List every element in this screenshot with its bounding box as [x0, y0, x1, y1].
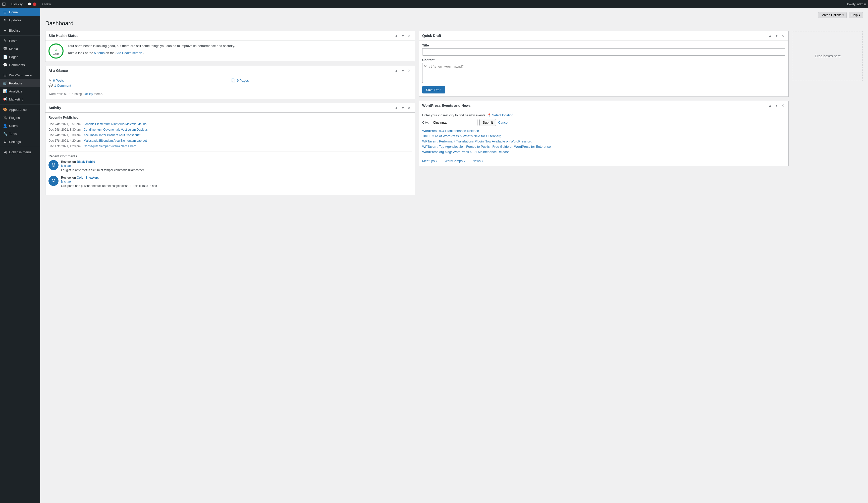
sidebar-item-analytics[interactable]: 📊 Analytics	[0, 87, 40, 95]
external-link-icon-3: ↗	[482, 160, 484, 163]
postbox-controls-3: ▲ ▼ ✕	[394, 105, 412, 110]
collapse-up-button[interactable]: ▲	[394, 33, 399, 38]
sidebar-item-posts[interactable]: ✎ Posts	[0, 37, 40, 45]
news-item: WordPress 6.3.1 Maintenance Release	[422, 129, 785, 133]
activity-row: Dec 24th 2021, 8:51 amLobortis Elementum…	[49, 121, 412, 127]
activity-row: Dec 24th 2021, 8:30 amCondimentum Odvene…	[49, 127, 412, 132]
wordcamps-link[interactable]: WordCamps ↗	[445, 159, 466, 163]
news-item-link[interactable]: WPTavern: Performant Translations Plugin…	[422, 140, 532, 143]
activity-table: Dec 24th 2021, 8:51 amLobortis Elementum…	[49, 121, 412, 149]
collapse-down-button[interactable]: ▼	[400, 33, 406, 38]
sidebar-item-pages[interactable]: 📄 Pages	[0, 53, 40, 61]
howdy-text: Howdy, admin	[846, 2, 866, 6]
sidebar-item-media[interactable]: 🖼 Media	[0, 45, 40, 53]
sidebar-item-plugins[interactable]: 🔌 Plugins	[0, 114, 40, 122]
cancel-city-button[interactable]: Cancel	[498, 121, 508, 124]
news-item-link[interactable]: WordPress 6.3.1 Maintenance Release	[422, 129, 479, 133]
analytics-icon: 📊	[3, 89, 7, 93]
title-label: Title	[422, 43, 785, 47]
site-health-count-link[interactable]: 5 items	[94, 51, 106, 55]
menu-separator-2	[0, 35, 40, 36]
left-column: Site Health Status ▲ ▼ ✕ ○ Good	[45, 31, 415, 195]
at-glance-close-button[interactable]: ✕	[407, 68, 412, 73]
posts-count-link[interactable]: 6 Posts	[53, 79, 64, 82]
screen-options-button[interactable]: Screen Options ▾	[818, 12, 847, 18]
appearance-icon: 🎨	[3, 107, 7, 112]
content-label: Content	[422, 58, 785, 62]
at-glance-posts: ✎ 6 Posts	[49, 79, 229, 82]
comment-author-link[interactable]: Michael	[61, 164, 145, 167]
activity-post-link[interactable]: Lobortis Elementum Nibhtellus Molestie M…	[84, 122, 146, 126]
events-down-button[interactable]: ▼	[774, 103, 779, 108]
activity-post-link[interactable]: Malesuada Bibendum Arcu Elementum Laoree…	[84, 139, 147, 142]
activity-post-link[interactable]: Consequat Semper Viverra Nam Libero	[84, 144, 136, 148]
recent-comments-container: M Review on Black T-shirt Michael Feugia…	[49, 160, 412, 188]
qd-close-button[interactable]: ✕	[781, 33, 785, 38]
news-item: WordPress.org blog: WordPress 6.3.1 Main…	[422, 150, 785, 154]
main-content: Screen Options ▾ Help ▾ Dashboard Site H…	[40, 8, 868, 503]
recent-comments-label: Recent Comments	[49, 154, 412, 158]
right-column: Drag boxes here	[793, 31, 863, 195]
close-button[interactable]: ✕	[407, 33, 412, 38]
comment-text: Feugiat in ante metus dictum at tempor c…	[61, 168, 145, 172]
news-link[interactable]: News ↗	[473, 159, 484, 163]
sidebar-item-updates[interactable]: ↻ Updates	[0, 16, 40, 24]
meetups-link[interactable]: Meetups ↗	[422, 159, 437, 163]
sidebar-item-blocksy[interactable]: ● Blocksy	[0, 27, 40, 34]
sidebar-collapse[interactable]: ◀ Collapse menu	[0, 148, 40, 156]
at-glance-footer: WordPress 6.3.1 running Blocksy theme.	[49, 90, 412, 96]
city-input[interactable]	[431, 119, 477, 126]
events-close-button[interactable]: ✕	[781, 103, 785, 108]
sidebar-item-settings[interactable]: ⚙ Settings	[0, 138, 40, 146]
draft-title-input[interactable]	[422, 48, 785, 55]
theme-link[interactable]: Blocksy	[83, 92, 93, 96]
pages-count-link[interactable]: 9 Pages	[237, 79, 249, 82]
sidebar-item-tools[interactable]: 🔧 Tools	[0, 130, 40, 138]
sidebar-item-comments[interactable]: 💬 Comments	[0, 61, 40, 69]
site-health-body: ○ Good Your site's health is looking goo…	[45, 40, 415, 62]
comment-author-link[interactable]: Michael	[61, 180, 157, 183]
activity-post-link[interactable]: Accumsan Tortor Posuere Acut Consequat	[84, 133, 141, 137]
qd-up-button[interactable]: ▲	[767, 33, 773, 38]
site-health-screen-link[interactable]: Site Health screen	[115, 51, 143, 55]
news-item-link[interactable]: WPTavern: Top Agencies Join Forces to Pu…	[422, 145, 551, 148]
avatar: M	[49, 176, 59, 186]
site-health-content: ○ Good Your site's health is looking goo…	[49, 43, 412, 59]
comment-post-link[interactable]: Color Sneakers	[77, 176, 99, 179]
plugins-icon: 🔌	[3, 115, 7, 120]
sidebar-item-products[interactable]: 🛒 Products All Products Add New Categori…	[0, 79, 40, 87]
select-location-link[interactable]: Select location	[492, 113, 513, 117]
sidebar-item-users[interactable]: 👤 Users	[0, 122, 40, 130]
activity-post-title: Lobortis Elementum Nibhtellus Molestie M…	[84, 121, 412, 127]
activity-row: Dec 17th 2021, 4:20 pmMalesuada Bibendum…	[49, 138, 412, 143]
sidebar-item-woocommerce[interactable]: ⊞ WooCommerce	[0, 71, 40, 79]
adminbar-comments[interactable]: 💬 0	[25, 2, 39, 6]
at-a-glance-header: At a Glance ▲ ▼ ✕	[45, 66, 415, 75]
qd-down-button[interactable]: ▼	[774, 33, 779, 38]
chevron-down-icon: ▾	[843, 13, 844, 17]
activity-close-button[interactable]: ✕	[407, 105, 412, 110]
activity-down-button[interactable]: ▼	[400, 105, 406, 110]
at-glance-down-button[interactable]: ▼	[400, 68, 406, 73]
news-item-link[interactable]: WordPress.org blog: WordPress 6.3.1 Main…	[422, 150, 509, 154]
activity-post-link[interactable]: Condimentum Odvenentais Vestibulum Dapib…	[84, 128, 148, 131]
sidebar-item-marketing[interactable]: 📢 Marketing	[0, 95, 40, 103]
adminbar-site-name[interactable]: Blocksy	[9, 2, 25, 6]
submit-city-button[interactable]: Submit	[479, 119, 496, 126]
events-footer: Meetups ↗ | WordCamps ↗ | News ↗	[422, 157, 785, 163]
wp-logo-icon[interactable]: ⊞	[2, 1, 6, 7]
tools-icon: 🔧	[3, 132, 7, 136]
events-up-button[interactable]: ▲	[767, 103, 773, 108]
sidebar-item-appearance[interactable]: 🎨 Appearance	[0, 105, 40, 114]
news-item-link[interactable]: The Future of WordPress & What's Next fo…	[422, 134, 501, 138]
comments-count-link[interactable]: 1 Comment	[54, 84, 71, 88]
adminbar-new[interactable]: + New	[39, 2, 53, 6]
at-glance-up-button[interactable]: ▲	[394, 68, 399, 73]
site-health-title: Site Health Status	[49, 34, 79, 38]
comment-post-link[interactable]: Black T-shirt	[77, 160, 95, 164]
sidebar-item-dashboard[interactable]: ⊞ Home	[0, 8, 40, 16]
draft-content-textarea[interactable]	[422, 63, 785, 83]
help-button[interactable]: Help ▾	[849, 12, 863, 18]
save-draft-button[interactable]: Save Draft	[422, 86, 445, 93]
activity-up-button[interactable]: ▲	[394, 105, 399, 110]
